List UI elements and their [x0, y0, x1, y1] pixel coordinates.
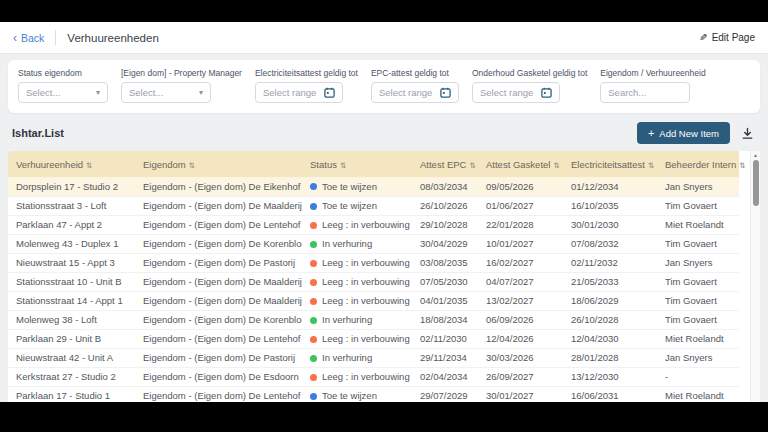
cell-attest-epc[interactable]: 04/01/2035 — [412, 291, 478, 310]
cell-attest-gasketel[interactable]: 04/07/2027 — [478, 272, 563, 291]
column-header-verhuureenheid[interactable]: Verhuureenheid⇅ — [8, 151, 135, 177]
cell-electriciteitsattest[interactable]: 16/06/2031 — [563, 386, 657, 402]
column-header-attest-epc[interactable]: Attest EPC⇅ — [412, 151, 478, 177]
cell-attest-gasketel[interactable]: 10/01/2027 — [478, 234, 563, 253]
cell-status[interactable]: Leeg : in verbouwing — [302, 215, 412, 234]
cell-attest-epc[interactable]: 02/04/2034 — [412, 367, 478, 386]
cell-status[interactable]: Toe te wijzen — [302, 196, 412, 215]
cell-electriciteitsattest[interactable]: 13/12/2030 — [563, 367, 657, 386]
cell-attest-epc[interactable]: 02/11/2030 — [412, 329, 478, 348]
cell-status[interactable]: Toe te wijzen — [302, 386, 412, 402]
cell-attest-gasketel[interactable]: 13/02/2027 — [478, 291, 563, 310]
cell-verhuureenheid[interactable]: Kerkstraat 27 - Studio 2 — [8, 367, 135, 386]
cell-verhuureenheid[interactable]: Parklaan 17 - Studio 1 — [8, 386, 135, 402]
cell-eigendom[interactable]: Eigendom - (Eigen dom) De Korenbloem — [135, 234, 302, 253]
cell-status[interactable]: Leeg : in verbouwing — [302, 253, 412, 272]
cell-beheerder-intern[interactable]: Miet Roelandt — [657, 329, 739, 348]
column-header-electriciteitsattest[interactable]: Electriciteitsattest⇅ — [563, 151, 657, 177]
sort-icon[interactable]: ⇅ — [553, 161, 559, 170]
cell-verhuureenheid[interactable]: Parklaan 29 - Unit B — [8, 329, 135, 348]
status-eigendom-select[interactable]: Select... ▾ — [18, 82, 108, 103]
scrollbar-thumb[interactable] — [753, 160, 759, 206]
cell-beheerder-intern[interactable]: Tim Govaert — [657, 291, 739, 310]
cell-status[interactable]: Toe te wijzen — [302, 177, 412, 196]
onderhoud-gasketel-daterange[interactable]: Select range — [472, 82, 560, 103]
epc-attest-daterange[interactable]: Select range — [371, 82, 459, 103]
cell-attest-epc[interactable]: 07/05/2030 — [412, 272, 478, 291]
cell-status[interactable]: Leeg : in verbouwing — [302, 272, 412, 291]
sort-icon[interactable]: ⇅ — [469, 161, 475, 170]
table-row[interactable]: Nieuwstraat 42 - Unit A Eigendom - (Eige… — [8, 348, 739, 367]
column-header-beheerder-intern[interactable]: Beheerder Intern⇅ — [657, 151, 739, 177]
cell-verhuureenheid[interactable]: Dorpsplein 17 - Studio 2 — [8, 177, 135, 196]
cell-eigendom[interactable]: Eigendom - (Eigen dom) De Lentehof — [135, 215, 302, 234]
cell-electriciteitsattest[interactable]: 07/08/2032 — [563, 234, 657, 253]
sort-icon[interactable]: ⇅ — [648, 161, 654, 170]
sort-icon[interactable]: ⇅ — [340, 161, 346, 170]
cell-verhuureenheid[interactable]: Parklaan 47 - Appt 2 — [8, 215, 135, 234]
cell-beheerder-intern[interactable]: Tim Govaert — [657, 196, 739, 215]
cell-beheerder-intern[interactable]: - — [657, 367, 739, 386]
column-header-attest-gasketel[interactable]: Attest Gasketel⇅ — [478, 151, 563, 177]
cell-beheerder-intern[interactable]: Miet Roelandt — [657, 215, 739, 234]
cell-attest-gasketel[interactable]: 09/05/2026 — [478, 177, 563, 196]
cell-verhuureenheid[interactable]: Nieuwstraat 42 - Unit A — [8, 348, 135, 367]
cell-beheerder-intern[interactable]: Tim Govaert — [657, 234, 739, 253]
table-row[interactable]: Dorpsplein 17 - Studio 2 Eigendom - (Eig… — [8, 177, 739, 196]
table-row[interactable]: Stationsstraat 14 - Appt 1 Eigendom - (E… — [8, 291, 739, 310]
cell-beheerder-intern[interactable]: Jan Snyers — [657, 253, 739, 272]
cell-electriciteitsattest[interactable]: 30/01/2030 — [563, 215, 657, 234]
cell-beheerder-intern[interactable]: Miet Roelandt — [657, 386, 739, 402]
cell-verhuureenheid[interactable]: Stationsstraat 10 - Unit B — [8, 272, 135, 291]
cell-beheerder-intern[interactable]: Jan Snyers — [657, 348, 739, 367]
table-row[interactable]: Nieuwstraat 15 - Appt 3 Eigendom - (Eige… — [8, 253, 739, 272]
search-input[interactable] — [608, 87, 682, 98]
table-scrollbar[interactable]: ▲ — [750, 151, 760, 402]
cell-attest-gasketel[interactable]: 12/04/2026 — [478, 329, 563, 348]
cell-eigendom[interactable]: Eigendom - (Eigen dom) De Esdoorn — [135, 367, 302, 386]
cell-attest-gasketel[interactable]: 16/02/2027 — [478, 253, 563, 272]
cell-attest-epc[interactable]: 30/04/2029 — [412, 234, 478, 253]
table-row[interactable]: Parklaan 17 - Studio 1 Eigendom - (Eigen… — [8, 386, 739, 402]
electriciteitsattest-daterange[interactable]: Select range — [255, 82, 343, 103]
cell-eigendom[interactable]: Eigendom - (Eigen dom) De Pastorij — [135, 253, 302, 272]
column-header-status[interactable]: Status⇅ — [302, 151, 412, 177]
sort-icon[interactable]: ⇅ — [86, 161, 92, 170]
cell-eigendom[interactable]: Eigendom - (Eigen dom) De Korenbloem — [135, 310, 302, 329]
table-row[interactable]: Parklaan 47 - Appt 2 Eigendom - (Eigen d… — [8, 215, 739, 234]
cell-electriciteitsattest[interactable]: 28/01/2028 — [563, 348, 657, 367]
cell-eigendom[interactable]: Eigendom - (Eigen dom) De Maalderij — [135, 291, 302, 310]
cell-status[interactable]: Leeg : in verbouwing — [302, 367, 412, 386]
cell-eigendom[interactable]: Eigendom - (Eigen dom) De Pastorij — [135, 348, 302, 367]
cell-attest-epc[interactable]: 26/10/2026 — [412, 196, 478, 215]
cell-electriciteitsattest[interactable]: 18/06/2029 — [563, 291, 657, 310]
table-row[interactable]: Parklaan 29 - Unit B Eigendom - (Eigen d… — [8, 329, 739, 348]
cell-status[interactable]: Leeg : in verbouwing — [302, 329, 412, 348]
cell-status[interactable]: Leeg : in verbouwing — [302, 291, 412, 310]
cell-eigendom[interactable]: Eigendom - (Eigen dom) De Lentehof — [135, 386, 302, 402]
table-row[interactable]: Stationsstraat 3 - Loft Eigendom - (Eige… — [8, 196, 739, 215]
cell-attest-epc[interactable]: 03/08/2035 — [412, 253, 478, 272]
cell-attest-gasketel[interactable]: 26/09/2027 — [478, 367, 563, 386]
cell-beheerder-intern[interactable]: Jan Snyers — [657, 177, 739, 196]
cell-attest-gasketel[interactable]: 30/01/2027 — [478, 386, 563, 402]
cell-attest-gasketel[interactable]: 30/03/2026 — [478, 348, 563, 367]
cell-electriciteitsattest[interactable]: 26/10/2028 — [563, 310, 657, 329]
property-manager-select[interactable]: Select... ▾ — [121, 82, 211, 103]
cell-status[interactable]: In verhuring — [302, 348, 412, 367]
cell-attest-epc[interactable]: 29/07/2029 — [412, 386, 478, 402]
table-row[interactable]: Stationsstraat 10 - Unit B Eigendom - (E… — [8, 272, 739, 291]
cell-electriciteitsattest[interactable]: 12/04/2030 — [563, 329, 657, 348]
cell-attest-epc[interactable]: 29/11/2034 — [412, 348, 478, 367]
cell-attest-epc[interactable]: 29/10/2028 — [412, 215, 478, 234]
add-new-item-button[interactable]: + Add New Item — [637, 122, 730, 144]
cell-verhuureenheid[interactable]: Stationsstraat 14 - Appt 1 — [8, 291, 135, 310]
cell-status[interactable]: In verhuring — [302, 234, 412, 253]
sort-icon[interactable]: ⇅ — [739, 161, 745, 170]
cell-attest-epc[interactable]: 08/03/2034 — [412, 177, 478, 196]
cell-electriciteitsattest[interactable]: 02/11/2032 — [563, 253, 657, 272]
cell-verhuureenheid[interactable]: Stationsstraat 3 - Loft — [8, 196, 135, 215]
cell-verhuureenheid[interactable]: Molenweg 38 - Loft — [8, 310, 135, 329]
cell-attest-gasketel[interactable]: 22/01/2028 — [478, 215, 563, 234]
cell-electriciteitsattest[interactable]: 16/10/2035 — [563, 196, 657, 215]
